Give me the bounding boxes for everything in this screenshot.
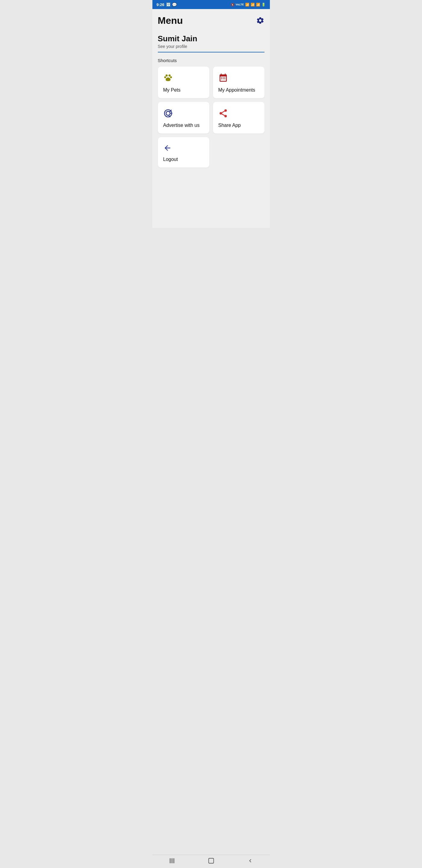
time-display: 9:26 [157,2,164,7]
share-app-label: Share App [218,123,241,128]
advertise-label: Advertise with us [163,123,200,128]
advertise-card[interactable]: Advertise with us [158,102,209,133]
profile-divider [158,52,264,53]
my-pets-card[interactable]: My Pets [158,67,209,98]
wifi-icon: 📶 [245,3,250,7]
my-pets-label: My Pets [163,87,181,93]
signal1-icon: 📶 [251,3,255,7]
share-icon [218,108,259,120]
battery-icon: 🔋 [261,3,266,7]
volte-icon: VoLTE [235,3,244,6]
svg-point-4 [224,115,227,117]
status-bar: 9:26 🖼 💬 🔇 VoLTE 📶 📶 📶 🔋 [153,0,270,9]
svg-line-5 [222,114,224,116]
paw-icon [163,73,204,84]
arrow-left-icon [163,144,204,154]
gear-icon [256,16,264,25]
page-title: Menu [158,15,183,26]
svg-line-6 [222,111,224,113]
my-appointments-label: My Appointments [218,87,255,93]
status-right: 🔇 VoLTE 📶 📶 📶 🔋 [231,3,265,7]
profile-link[interactable]: See your profile [158,44,264,49]
shortcuts-grid: My Pets My Appointments Ad [158,67,264,167]
logout-card[interactable]: Logout [158,137,209,167]
settings-button[interactable] [256,16,264,27]
profile-name: Sumit Jain [158,34,264,43]
header-row: Menu [158,15,264,27]
logout-label: Logout [163,157,178,162]
cursor-icon [163,108,204,120]
mute-icon: 🔇 [231,3,234,6]
main-content: Menu Sumit Jain See your profile Shortcu… [153,9,270,228]
share-app-card[interactable]: Share App [213,102,264,133]
calendar-icon [218,73,259,84]
image-icon: 🖼 [166,2,170,7]
svg-point-2 [224,110,227,112]
profile-section: Sumit Jain See your profile [158,34,264,53]
status-left: 9:26 🖼 💬 [157,2,177,7]
signal2-icon: 📶 [256,3,260,7]
svg-point-3 [220,112,222,115]
my-appointments-card[interactable]: My Appointments [213,67,264,98]
shortcuts-label: Shortcuts [158,58,264,63]
whatsapp-icon: 💬 [172,2,177,7]
